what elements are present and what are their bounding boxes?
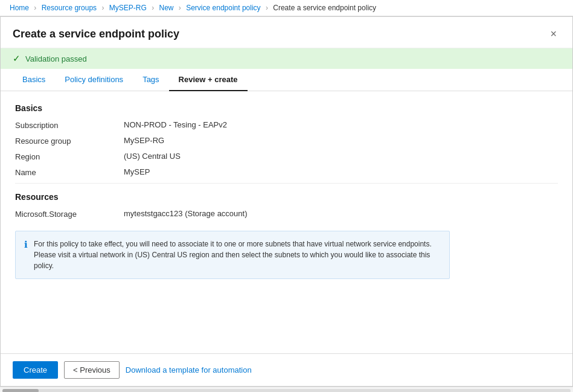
field-name-value: MySEP	[124, 167, 150, 176]
field-microsoft-storage: Microsoft.Storage myteststgacc123 (Stora…	[15, 209, 558, 219]
resources-section: Resources Microsoft.Storage myteststgacc…	[15, 192, 558, 219]
breadcrumb: Home › Resource groups › MySEP-RG › New …	[0, 0, 573, 16]
tab-policy-definitions[interactable]: Policy definitions	[55, 69, 133, 91]
breadcrumb-sep-5: ›	[266, 4, 268, 12]
tab-bar: Basics Policy definitions Tags Review + …	[1, 69, 572, 91]
info-icon: ℹ	[24, 239, 28, 271]
breadcrumb-current: Create a service endpoint policy	[273, 4, 376, 12]
dialog-title: Create a service endpoint policy	[13, 28, 179, 40]
info-box: ℹ For this policy to take effect, you wi…	[15, 231, 450, 279]
checkmark-icon: ✓	[13, 53, 21, 64]
resources-section-title: Resources	[15, 192, 558, 202]
scrollbar-thumb[interactable]	[2, 389, 39, 393]
breadcrumb-sep-2: ›	[101, 4, 104, 12]
field-region: Region (US) Central US	[15, 152, 558, 161]
breadcrumb-mysep-rg[interactable]: MySEP-RG	[109, 4, 147, 12]
validation-banner: ✓ Validation passed	[1, 48, 572, 69]
breadcrumb-sep-3: ›	[152, 4, 154, 12]
info-text: For this policy to take effect, you will…	[34, 239, 441, 271]
scrollbar-track	[2, 389, 571, 393]
dialog-header: Create a service endpoint policy ×	[1, 17, 572, 48]
basics-section-title: Basics	[15, 103, 558, 113]
section-divider	[15, 183, 558, 184]
previous-button[interactable]: < Previous	[64, 361, 120, 379]
breadcrumb-service-endpoint-policy[interactable]: Service endpoint policy	[186, 4, 260, 12]
tab-basics[interactable]: Basics	[13, 69, 55, 91]
field-name-label: Name	[15, 167, 124, 177]
breadcrumb-sep-4: ›	[179, 4, 181, 12]
breadcrumb-sep-1: ›	[34, 4, 36, 12]
field-resource-group: Resource group MySEP-RG	[15, 136, 558, 146]
field-region-value: (US) Central US	[124, 152, 181, 161]
create-button[interactable]: Create	[13, 361, 58, 379]
basics-section: Basics Subscription NON-PROD - Tesing - …	[15, 103, 558, 177]
field-subscription: Subscription NON-PROD - Tesing - EAPv2	[15, 120, 558, 130]
field-resource-group-value: MySEP-RG	[124, 136, 164, 145]
close-button[interactable]: ×	[546, 27, 560, 42]
field-region-label: Region	[15, 152, 124, 161]
field-microsoft-storage-label: Microsoft.Storage	[15, 209, 124, 219]
download-template-link[interactable]: Download a template for automation	[126, 365, 252, 374]
dialog-footer: Create < Previous Download a template fo…	[1, 353, 572, 386]
horizontal-scrollbar[interactable]	[0, 387, 573, 392]
breadcrumb-new[interactable]: New	[159, 4, 173, 12]
field-name: Name MySEP	[15, 167, 558, 177]
field-microsoft-storage-value: myteststgacc123 (Storage account)	[124, 209, 248, 218]
field-resource-group-label: Resource group	[15, 136, 124, 146]
tab-review-create[interactable]: Review + create	[169, 69, 248, 91]
dialog-content: Basics Subscription NON-PROD - Tesing - …	[1, 91, 572, 353]
validation-text: Validation passed	[25, 54, 87, 63]
field-subscription-label: Subscription	[15, 120, 124, 130]
breadcrumb-resource-groups[interactable]: Resource groups	[42, 4, 97, 12]
field-subscription-value: NON-PROD - Tesing - EAPv2	[124, 120, 227, 129]
create-dialog: Create a service endpoint policy × ✓ Val…	[0, 16, 573, 387]
tab-tags[interactable]: Tags	[133, 69, 168, 91]
breadcrumb-home[interactable]: Home	[10, 4, 29, 12]
